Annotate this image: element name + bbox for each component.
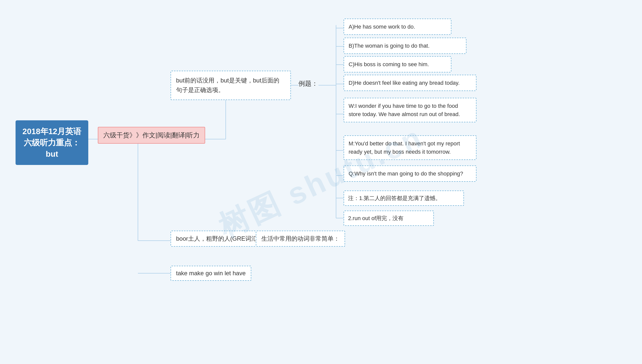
option-a-text: A)He has some work to do. (349, 24, 415, 30)
dialogue-m-text: M:You'd better do that. I haven't got my… (349, 140, 460, 155)
note-2-text: 2.run out of用完，没有 (348, 215, 404, 221)
note-1-text: 注：1.第二人的回答都是充满了遗憾。 (348, 195, 441, 201)
boor-node: boor土人，粗野的人(GRE词汇) (171, 231, 265, 247)
dialogue-m: M:You'd better do that. I haven't got my… (344, 135, 476, 160)
shenghuo-node: 生活中常用的动词非常简单： (256, 231, 345, 247)
option-c: C)His boss is coming to see him. (344, 56, 451, 72)
dialogue-q: Q:Why isn't the man going to do the shop… (344, 165, 476, 182)
takemake-node: take make go win let have (171, 266, 251, 281)
root-label: 2018年12月英语六级听力重点：but (23, 127, 82, 158)
note-2: 2.run out of用完，没有 (344, 211, 434, 226)
boor-text: boor土人，粗野的人(GRE词汇) (176, 235, 259, 242)
option-d: D)He doesn't feel like eating any bread … (344, 75, 476, 91)
root-node: 2018年12月英语六级听力重点：but (16, 120, 88, 165)
takemake-text: take make go win let have (176, 270, 246, 277)
dialogue-w-text: W:I wonder if you have time to go to the… (349, 103, 460, 117)
connectors (0, 0, 642, 364)
option-a: A)He has some work to do. (344, 19, 451, 35)
explain-node: but前的话没用，but是关键，but后面的句子是正确选项。 (171, 71, 291, 100)
shenghuo-text: 生活中常用的动词非常简单： (261, 235, 340, 242)
mind-map: 2018年12月英语六级听力重点：but 六级干货》》作文|阅读|翻译|听力 b… (0, 0, 642, 364)
option-b-text: B)The woman is going to do that. (349, 43, 430, 49)
explain-text: but前的话没用，but是关键，but后面的句子是正确选项。 (176, 77, 279, 93)
liti-label: 例题： (298, 79, 318, 88)
option-d-text: D)He doesn't feel like eating any bread … (349, 80, 460, 86)
option-b: B)The woman is going to do that. (344, 38, 466, 54)
option-c-text: C)His boss is coming to see him. (349, 61, 429, 67)
level1-label: 六级干货》》作文|阅读|翻译|听力 (103, 131, 200, 139)
dialogue-w: W:I wonder if you have time to go to the… (344, 98, 476, 122)
note-1: 注：1.第二人的回答都是充满了遗憾。 (344, 191, 464, 206)
level1-node: 六级干货》》作文|阅读|翻译|听力 (98, 127, 205, 144)
dialogue-q-text: Q:Why isn't the man going to do the shop… (349, 170, 463, 177)
